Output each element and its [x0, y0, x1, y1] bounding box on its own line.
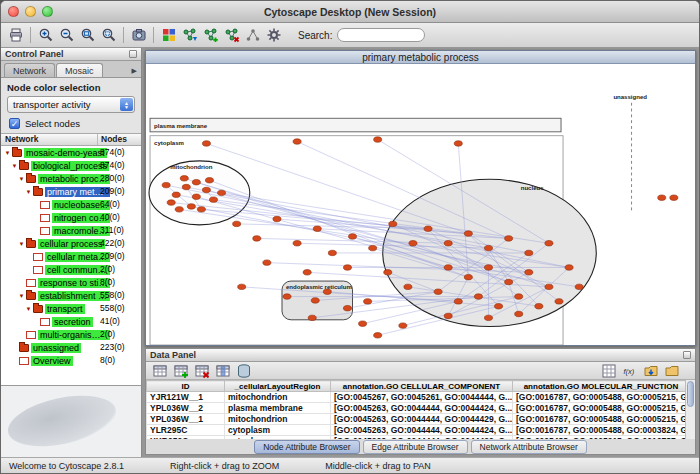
table-cell[interactable]: plasma membrane — [225, 403, 331, 414]
network-frame-title[interactable]: primary metabolic process — [146, 51, 695, 64]
column-header[interactable]: ID — [147, 381, 225, 392]
network-node[interactable] — [263, 260, 271, 265]
table-cell[interactable]: [GO:0016787, GO:0005488, GO:0005215, G..… — [513, 403, 690, 414]
zoom-out-icon[interactable] — [56, 25, 77, 46]
network-node[interactable] — [283, 294, 291, 299]
node-color-dropdown[interactable]: transporter activity — [7, 96, 135, 113]
table-cell[interactable]: [GO:0045263, GO:0044444, GO:0044424, G..… — [331, 403, 513, 414]
table-row[interactable]: YLR295Ccytoplasm[GO:0045263, GO:0044444,… — [147, 425, 690, 436]
network-node[interactable] — [172, 192, 180, 197]
network-canvas[interactable]: plasma membranecytoplasmmitochondrionnuc… — [146, 64, 695, 345]
network-node[interactable] — [273, 216, 281, 221]
network-node[interactable] — [464, 231, 472, 236]
tree-row[interactable]: multi-organism pro...2(0) — [1, 328, 141, 341]
region-plasma-membrane[interactable] — [150, 118, 561, 132]
network-node[interactable] — [311, 298, 319, 303]
matrix-icon[interactable] — [598, 360, 619, 381]
destroy-network-icon[interactable] — [221, 25, 242, 46]
network-node[interactable] — [484, 265, 492, 270]
network-node[interactable] — [454, 299, 462, 304]
region-mitochondrion[interactable] — [149, 161, 250, 225]
network-overview-pane[interactable] — [1, 385, 141, 457]
network-node[interactable] — [454, 141, 462, 146]
table-cell[interactable]: YPL036W__1 — [147, 414, 225, 425]
network-node[interactable] — [205, 178, 213, 183]
network-node[interactable] — [525, 270, 533, 275]
network-node[interactable] — [175, 207, 183, 212]
network-node[interactable] — [658, 195, 666, 200]
zoom-selected-icon[interactable] — [77, 25, 98, 46]
network-node[interactable] — [253, 236, 261, 241]
layout-icon[interactable] — [242, 25, 263, 46]
tree-item-label[interactable]: secretion — [52, 317, 93, 327]
network-node[interactable] — [308, 315, 316, 320]
table-cell[interactable]: [GO:0016787, GO:0005488, GO:0005215, G..… — [513, 392, 690, 403]
minimize-button[interactable] — [25, 6, 36, 17]
network-node[interactable] — [369, 245, 377, 250]
tree-item-label[interactable]: biological_process — [31, 161, 109, 171]
expander-icon[interactable]: ▼ — [24, 189, 33, 195]
tree-row[interactable]: macromolecule...311(0) — [1, 224, 141, 237]
network-node[interactable] — [364, 299, 372, 304]
network-node[interactable] — [197, 207, 205, 212]
network-node[interactable] — [293, 241, 301, 246]
column-header[interactable]: annotation.GO MOLECULAR_FUNCTION — [513, 381, 690, 392]
network-node[interactable] — [575, 284, 583, 289]
network-node[interactable] — [409, 241, 417, 246]
network-node[interactable] — [162, 182, 170, 187]
network-node[interactable] — [545, 241, 553, 246]
tab-network-attribute-browser[interactable]: Network Attribute Browser — [471, 440, 587, 454]
network-node[interactable] — [374, 137, 382, 142]
network-node[interactable] — [484, 315, 492, 320]
tree-row[interactable]: ▼transport558(0) — [1, 302, 141, 315]
tree-row[interactable]: secretion41(0) — [1, 315, 141, 328]
tree-row[interactable]: ▼mosaic-demo-yeast874(0) — [1, 146, 141, 159]
table-row[interactable]: YPL036W__1mitochondrion[GO:0045263, GO:0… — [147, 414, 690, 425]
table-cell[interactable]: [GO:0005488, GO:0005215, GO:0016787, G..… — [513, 436, 690, 440]
network-node[interactable] — [192, 194, 200, 199]
zoom-in-icon[interactable] — [35, 25, 56, 46]
table-cell[interactable]: mitochondrion — [225, 414, 331, 425]
network-node[interactable] — [505, 236, 513, 241]
network-node[interactable] — [495, 304, 503, 309]
table-row[interactable]: YJR121W__1mitochondrion[GO:0045267, GO:0… — [147, 392, 690, 403]
table-cell[interactable]: [GO:0045263, GO:0044444, GO:0044429, G..… — [331, 414, 513, 425]
network-node[interactable] — [464, 274, 472, 279]
network-node[interactable] — [180, 176, 188, 181]
network-node[interactable] — [374, 333, 382, 338]
network-node[interactable] — [424, 226, 432, 231]
network-node[interactable] — [525, 250, 533, 255]
network-node[interactable] — [323, 289, 331, 294]
table-cell[interactable]: YLR295C — [147, 425, 225, 436]
network-node[interactable] — [167, 200, 175, 205]
expander-icon[interactable]: ▼ — [3, 150, 12, 156]
network-node[interactable] — [535, 304, 543, 309]
network-node[interactable] — [343, 265, 351, 270]
select-nodes-checkbox[interactable] — [9, 118, 20, 129]
column-header[interactable]: annotation.GO CELLULAR_COMPONENT — [331, 381, 513, 392]
network-node[interactable] — [348, 234, 356, 239]
vizmapper-icon[interactable] — [158, 25, 179, 46]
import-network-icon[interactable] — [179, 25, 200, 46]
snapshot-icon[interactable] — [128, 25, 149, 46]
network-node[interactable] — [209, 197, 217, 202]
table-cell[interactable]: cytoplasm — [225, 436, 331, 440]
tree-item-label[interactable]: unassigned — [31, 343, 81, 353]
network-node[interactable] — [233, 221, 241, 226]
network-node[interactable] — [399, 323, 407, 328]
tree-row[interactable]: ▼metabolic process280(0) — [1, 172, 141, 185]
expander-icon[interactable]: ▼ — [17, 176, 26, 182]
tab-edge-attribute-browser[interactable]: Edge Attribute Browser — [363, 440, 468, 454]
network-node[interactable] — [343, 305, 351, 310]
network-node[interactable] — [565, 265, 573, 270]
table-cell[interactable]: [GO:0045263, GO:0044444, GO:0044424, G..… — [331, 425, 513, 436]
network-node[interactable] — [384, 270, 392, 275]
attribute-table-icon[interactable] — [149, 360, 170, 381]
tab-node-attribute-browser[interactable]: Node Attribute Browser — [254, 440, 359, 454]
table-cell[interactable]: cytoplasm — [225, 425, 331, 436]
table-cell[interactable]: [GO:0016787, GO:0005488, GO:0003824, G..… — [513, 425, 690, 436]
tab-network[interactable]: Network — [4, 63, 55, 77]
expander-icon[interactable]: ▼ — [24, 306, 33, 312]
tab-mosaic[interactable]: Mosaic — [56, 63, 103, 77]
network-node[interactable] — [434, 289, 442, 294]
